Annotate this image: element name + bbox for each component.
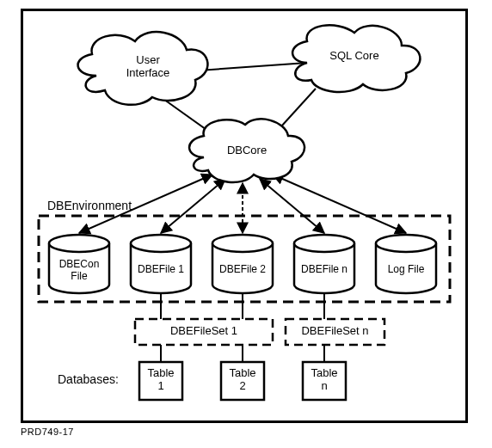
label-databases: Databases: bbox=[58, 372, 119, 386]
label-table2: Table 2 bbox=[221, 367, 264, 393]
svg-point-9 bbox=[131, 235, 191, 252]
label-dbcore: DBCore bbox=[212, 144, 281, 157]
label-cyl-dbefile1: DBEFile 1 bbox=[131, 264, 191, 276]
label-tablen: Table n bbox=[303, 367, 346, 393]
diagram-frame: User Interface SQL Core DBCore DBEnviron… bbox=[0, 0, 492, 448]
svg-line-6 bbox=[260, 179, 324, 233]
label-table1: Table 1 bbox=[139, 367, 182, 393]
svg-point-10 bbox=[212, 235, 273, 252]
label-user-interface: User Interface bbox=[114, 54, 182, 80]
label-filesetn: DBEFileSet n bbox=[290, 325, 380, 338]
label-cyl-logfile: Log File bbox=[376, 264, 436, 276]
svg-line-7 bbox=[273, 175, 406, 233]
label-cyl-dbecon: DBECon File bbox=[49, 259, 109, 283]
outer-border: User Interface SQL Core DBCore DBEnviron… bbox=[21, 9, 468, 423]
label-fileset1: DBEFileSet 1 bbox=[144, 325, 264, 338]
label-sql-core: SQL Core bbox=[320, 50, 389, 63]
label-dbenvironment: DBEnvironment bbox=[47, 199, 132, 212]
label-cyl-dbefilen: DBEFile n bbox=[294, 264, 354, 276]
reference-code: PRD749-17 bbox=[21, 427, 74, 437]
label-cyl-dbefile2: DBEFile 2 bbox=[212, 264, 273, 276]
svg-line-4 bbox=[161, 179, 225, 233]
svg-point-12 bbox=[376, 235, 436, 252]
svg-point-11 bbox=[294, 235, 354, 252]
diagram-svg bbox=[23, 11, 465, 420]
svg-point-8 bbox=[49, 235, 109, 252]
